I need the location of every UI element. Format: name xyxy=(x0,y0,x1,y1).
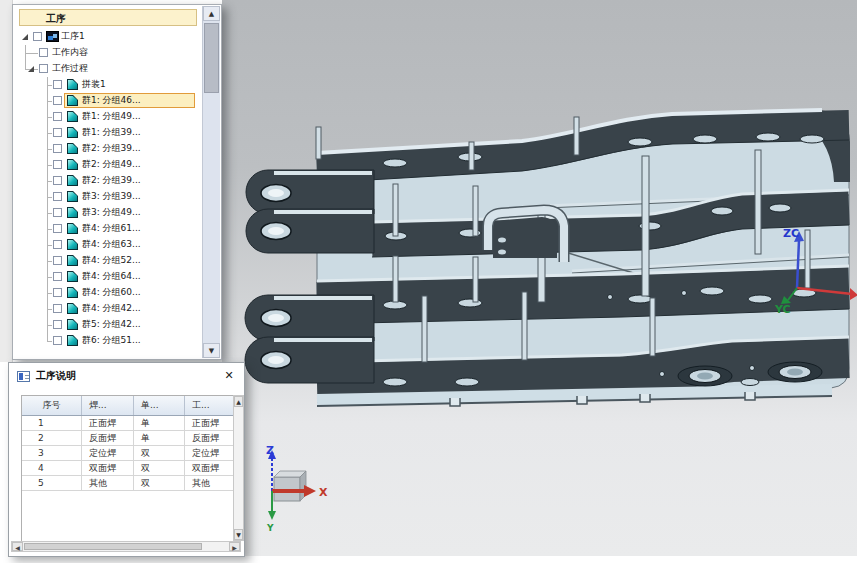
tree-item[interactable]: 群1: 分组46... xyxy=(13,93,199,109)
tree-item-label: 群2: 分组39... xyxy=(82,173,141,188)
tree-item[interactable]: 群4: 分组63... xyxy=(13,237,199,253)
tree-checkbox[interactable] xyxy=(33,32,42,41)
tree-item-label: 群4: 分组42... xyxy=(82,301,141,316)
cad-model[interactable]: ZC YC Z X Y xyxy=(222,0,857,556)
expander-icon[interactable] xyxy=(28,66,34,72)
table-row[interactable]: 1正面焊单正面焊 xyxy=(22,416,234,431)
document-icon xyxy=(67,271,78,282)
scroll-thumb[interactable] xyxy=(24,543,202,550)
tree-item[interactable]: 群1: 分组39... xyxy=(13,125,199,141)
tree-checkbox[interactable] xyxy=(39,48,48,57)
tree-item[interactable]: 群2: 分组39... xyxy=(13,141,199,157)
table-cell: 双面焊 xyxy=(185,461,234,476)
tree-checkbox[interactable] xyxy=(53,192,62,201)
document-icon xyxy=(67,175,78,186)
tree-scrollbar[interactable]: ▲ ▼ xyxy=(202,6,220,358)
tree-checkbox[interactable] xyxy=(53,112,62,121)
scroll-down-icon[interactable]: ▼ xyxy=(203,343,220,358)
document-icon xyxy=(67,255,78,266)
scroll-up-icon[interactable]: ▲ xyxy=(234,396,243,407)
document-icon xyxy=(67,127,78,138)
tree-connector xyxy=(47,117,52,118)
table-row[interactable]: 3定位焊双定位焊 xyxy=(22,446,234,461)
tree-item[interactable]: 群4: 分组64... xyxy=(13,269,199,285)
tree-item[interactable]: 工作内容 xyxy=(13,45,199,61)
scroll-thumb[interactable] xyxy=(204,23,219,93)
document-icon xyxy=(67,207,78,218)
process-tree-panel: 工序 工序1工作内容工作过程拼装1群1: 分组46...群1: 分组49...群… xyxy=(12,4,222,360)
table-header-row: 序号焊...单...工... xyxy=(22,396,234,416)
table-hscrollbar[interactable]: ◀ ▶ xyxy=(11,541,241,552)
tree-checkbox[interactable] xyxy=(53,128,62,137)
tree-checkbox[interactable] xyxy=(39,64,48,73)
tree-item[interactable]: 群2: 分组39... xyxy=(13,173,199,189)
tree-item[interactable]: 群6: 分组51... xyxy=(13,333,199,349)
table-row[interactable]: 2反面焊单反面焊 xyxy=(22,431,234,446)
table-row[interactable]: 5其他双其他 xyxy=(22,476,234,491)
tree-item[interactable]: 群4: 分组52... xyxy=(13,253,199,269)
tree-connector xyxy=(47,341,52,342)
tree-checkbox[interactable] xyxy=(53,208,62,217)
tree-checkbox[interactable] xyxy=(53,240,62,249)
tree-item[interactable]: 群2: 分组49... xyxy=(13,157,199,173)
tree-item[interactable]: 拼装1 xyxy=(13,77,199,93)
tree-item-label: 群4: 分组64... xyxy=(82,269,141,284)
tree-item[interactable]: 群3: 分组49... xyxy=(13,205,199,221)
table-cell: 3 xyxy=(22,446,82,461)
tree-checkbox[interactable] xyxy=(53,160,62,169)
tree-checkbox[interactable] xyxy=(53,304,62,313)
tree-checkbox[interactable] xyxy=(53,144,62,153)
table-header-cell[interactable]: 焊... xyxy=(82,396,134,415)
table-cell: 单 xyxy=(134,431,185,446)
tree-checkbox[interactable] xyxy=(53,256,62,265)
scroll-down-icon[interactable]: ▼ xyxy=(234,529,243,540)
triad-z-label: Z xyxy=(266,444,274,457)
document-icon xyxy=(67,79,78,90)
description-table: 序号焊...单...工... 1正面焊单正面焊2反面焊单反面焊3定位焊双定位焊4… xyxy=(21,395,235,542)
tree-item[interactable]: 群4: 分组60... xyxy=(13,285,199,301)
table-header-cell[interactable]: 单... xyxy=(134,396,185,415)
tree-item[interactable]: 群5: 分组42... xyxy=(13,317,199,333)
viewport-3d[interactable]: ZC YC Z X Y xyxy=(222,0,857,556)
triad-y-label: Y xyxy=(266,523,274,533)
tree-item[interactable]: 群4: 分组42... xyxy=(13,301,199,317)
table-header-cell[interactable]: 工... xyxy=(185,396,234,415)
tree-item[interactable]: 工作过程 xyxy=(13,61,199,77)
close-icon[interactable]: ✕ xyxy=(222,369,236,383)
tree-column-header[interactable]: 工序 xyxy=(19,9,197,26)
tree-checkbox[interactable] xyxy=(53,272,62,281)
tree-connector xyxy=(47,229,52,230)
expander-icon[interactable] xyxy=(22,34,28,40)
tree-checkbox[interactable] xyxy=(53,336,62,345)
tree-connector xyxy=(47,165,52,166)
document-icon xyxy=(67,223,78,234)
document-icon xyxy=(67,335,78,346)
tree-checkbox[interactable] xyxy=(53,320,62,329)
table-vscrollbar[interactable]: ▲ ▼ xyxy=(233,395,244,541)
scroll-left-icon[interactable]: ◀ xyxy=(12,542,23,551)
tree-item[interactable]: 群3: 分组39... xyxy=(13,189,199,205)
table-cell: 双 xyxy=(134,461,185,476)
scroll-right-icon[interactable]: ▶ xyxy=(229,542,240,551)
panel-titlebar[interactable]: 工序说明 ✕ xyxy=(9,363,244,390)
tree-item-label: 群3: 分组49... xyxy=(82,205,141,220)
tree-connector xyxy=(47,261,52,262)
tree-item[interactable]: 工序1 xyxy=(13,29,199,45)
tree-checkbox[interactable] xyxy=(53,224,62,233)
table-header-cell[interactable]: 序号 xyxy=(22,396,82,415)
tree-checkbox[interactable] xyxy=(53,176,62,185)
tree-checkbox[interactable] xyxy=(53,80,62,89)
tree-item[interactable]: 群4: 分组61... xyxy=(13,221,199,237)
table-cell: 双面焊 xyxy=(82,461,134,476)
table-cell: 2 xyxy=(22,431,82,446)
table-cell: 定位焊 xyxy=(185,446,234,461)
tree-checkbox[interactable] xyxy=(53,96,62,105)
tree-checkbox[interactable] xyxy=(53,288,62,297)
table-cell: 其他 xyxy=(82,476,134,491)
document-icon xyxy=(67,287,78,298)
view-triad[interactable]: Z X Y xyxy=(266,444,328,533)
tree-item[interactable]: 群1: 分组49... xyxy=(13,109,199,125)
table-row[interactable]: 4双面焊双双面焊 xyxy=(22,461,234,476)
scroll-up-icon[interactable]: ▲ xyxy=(203,6,220,21)
tree-connector xyxy=(47,245,52,246)
